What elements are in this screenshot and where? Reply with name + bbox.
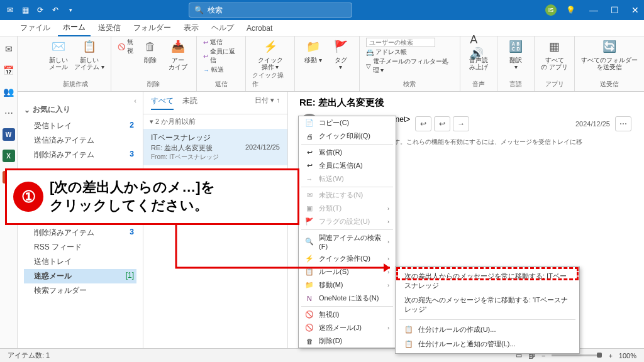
folder-junk[interactable]: 迷惑メール[1] <box>24 269 136 283</box>
submenu-always-move-recipient[interactable]: 次の宛先へのメッセージを常に移動する: 'ITベースナレッジ' <box>396 293 579 317</box>
ctx-category[interactable]: ▣分類(T)› <box>299 202 396 215</box>
replyall-button[interactable]: ↩ 全員に返信 <box>203 47 239 65</box>
calendar-icon[interactable]: ▦ <box>20 5 30 15</box>
zoom-in-button[interactable]: + <box>608 352 612 359</box>
copy-icon: 📄 <box>305 119 314 127</box>
sort-button[interactable]: 日付 ▾ ↑ <box>255 96 280 110</box>
search-icon: 🔍 <box>194 6 204 14</box>
titlebar: ✉ ▦ ⟳ ↶ ▾ 🔍 検索 IS 💡 — ☐ ✕ <box>0 0 644 20</box>
maximize-button[interactable]: ☐ <box>611 5 619 15</box>
submenu-create-rule[interactable]: 📋仕分けルールの作成(U)... <box>396 322 579 337</box>
tab-folder[interactable]: フォルダー <box>128 20 176 36</box>
ignore-button[interactable]: 🚫 無視 <box>118 38 135 55</box>
folder-deleted[interactable]: 削除済みアイテム3 <box>24 148 136 162</box>
mail-item[interactable]: ITベースナレッジ RE: 差出人名変更後2024/12/25 From: IT… <box>143 129 287 165</box>
tab-sendreceive[interactable]: 送受信 <box>93 20 126 36</box>
submenu-manage-rules[interactable]: 📋仕分けルールと通知の管理(L)... <box>396 337 579 351</box>
minimize-button[interactable]: — <box>589 5 598 15</box>
annotation-callout: ① [次の差出人からのメ…]を クリックしてください。 <box>5 168 299 225</box>
quickop-button[interactable]: ⚡クイック 操作 ▾ <box>258 38 283 70</box>
rail-calendar-icon[interactable]: 📅 <box>3 64 15 77</box>
close-button[interactable]: ✕ <box>631 5 639 15</box>
avatar[interactable]: IS <box>545 4 557 16</box>
tab-file[interactable]: ファイル <box>15 20 55 36</box>
print-icon: 🖨 <box>305 133 314 140</box>
tab-all[interactable]: すべて <box>151 96 174 110</box>
apps-icon: ▦ <box>546 38 564 55</box>
tab-home[interactable]: ホーム <box>58 19 91 36</box>
rail-mail-icon[interactable]: ✉ <box>3 43 15 55</box>
new-mail-button[interactable]: ✉️新しい メール <box>47 38 70 70</box>
collapse-icon[interactable]: ‹ <box>24 97 136 104</box>
ctx-move[interactable]: 📁移動(M)› <box>299 278 396 292</box>
qat-dropdown-icon[interactable]: ▾ <box>65 5 75 15</box>
group-new-label: 新規作成 <box>63 80 88 90</box>
quickop-icon: ⚡ <box>262 38 279 55</box>
junk-icon: 🚫 <box>305 324 314 332</box>
ctx-replyall[interactable]: ↩全員に返信(A) <box>299 159 396 172</box>
group-delete-label: 削除 <box>147 80 160 90</box>
search-box[interactable]: 🔍 検索 <box>189 3 352 18</box>
ctx-ignore[interactable]: 🚫無視(I) <box>299 308 396 321</box>
annotation-number: ① <box>13 182 43 212</box>
folder-sent[interactable]: 送信済みアイテム <box>24 133 136 148</box>
tag-button[interactable]: 🚩タグ ▾ <box>329 38 353 70</box>
folder-rss[interactable]: RSS フィード <box>24 240 136 255</box>
group-lang-label: 言語 <box>509 80 522 90</box>
ctx-junk[interactable]: 🚫迷惑メール(J)› <box>299 321 396 334</box>
tab-unread[interactable]: 未読 <box>182 96 197 110</box>
reply-action-button[interactable]: ↩ <box>415 116 431 131</box>
ctx-onenote[interactable]: NOneNote に送る(N) <box>299 292 396 305</box>
ctx-copy[interactable]: 📄コピー(C) <box>299 116 396 129</box>
addressbook-button[interactable]: 📇 アドレス帳 <box>366 48 454 57</box>
delete-button[interactable]: 🗑削除 <box>138 38 162 63</box>
archive-button[interactable]: 📥アー カイブ <box>166 38 190 70</box>
forward-action-button[interactable]: → <box>453 116 469 131</box>
ctx-markread[interactable]: ✉未読にする(N) <box>299 189 396 202</box>
list-group-header[interactable]: ▾ 2 か月前以前 <box>143 114 287 129</box>
move-icon: 📁 <box>305 281 314 289</box>
filter-button[interactable]: ▽ 電子メールのフィルター処理 ▾ <box>366 57 454 75</box>
folder-outbox[interactable]: 送信トレイ <box>24 255 136 269</box>
sendrecv-button[interactable]: 🔄すべてのフォルダー を送受信 <box>581 38 638 70</box>
annotation-text: [次の差出人からのメ…]を クリックしてください。 <box>50 178 215 214</box>
zoom-slider[interactable] <box>552 354 602 356</box>
category-icon: ▣ <box>305 204 314 212</box>
tab-view[interactable]: 表示 <box>179 20 204 36</box>
trash-icon: 🗑 <box>142 38 159 55</box>
favorites-header[interactable]: ⌄お気に入り <box>24 104 136 115</box>
rail-excel-icon[interactable]: X <box>3 150 15 162</box>
ctx-reply[interactable]: ↩返信(R) <box>299 146 396 159</box>
onenote-icon: N <box>305 295 314 302</box>
new-item-icon: 📋 <box>80 38 98 55</box>
speech-button[interactable]: A🔊音声読 み上げ <box>467 38 491 70</box>
sync-icon[interactable]: ⟳ <box>35 5 45 15</box>
lightbulb-icon[interactable]: 💡 <box>565 5 575 15</box>
rail-people-icon[interactable]: 👥 <box>3 85 15 98</box>
user-search-input[interactable] <box>366 38 435 47</box>
replyall-action-button[interactable]: ↩ <box>434 116 450 131</box>
delete-icon: 🗑 <box>305 337 314 345</box>
group-reply-label: 返信 <box>215 80 228 90</box>
folder-inbox[interactable]: 受信トレイ2 <box>24 119 136 133</box>
reply-button[interactable]: ↩ 返信 <box>203 38 239 47</box>
allapps-button[interactable]: ▦すべて の アプリ <box>541 38 568 70</box>
rail-more-icon[interactable]: ⋯ <box>3 107 15 119</box>
rail-word-icon[interactable]: W <box>3 128 15 141</box>
item-count: アイテム数: 1 <box>8 351 50 360</box>
forward-button[interactable]: → 転送 <box>203 65 239 74</box>
zoom-value: 100% <box>619 352 636 359</box>
tab-help[interactable]: ヘルプ <box>206 20 239 36</box>
folder-search[interactable]: 検索フォルダー <box>24 283 136 298</box>
move-button[interactable]: 📁移動 ▾ <box>301 38 325 63</box>
translate-button[interactable]: 🔠翻訳 ▾ <box>504 38 528 70</box>
ctx-quickprint[interactable]: 🖨クイック印刷(Q) <box>299 129 396 143</box>
more-actions-button[interactable]: ⋯ <box>615 116 631 131</box>
mail-subject: RE: 差出人名変更後 <box>299 97 631 109</box>
new-item-button[interactable]: 📋新しい アイテム ▾ <box>74 38 104 70</box>
undo-icon[interactable]: ↶ <box>50 5 60 15</box>
ctx-delete[interactable]: 🗑削除(D) <box>299 334 396 348</box>
ctx-forward[interactable]: →転送(W) <box>299 172 396 185</box>
tab-acrobat[interactable]: Acrobat <box>242 21 277 35</box>
folder-deleted-acct[interactable]: 削除済みアイテム3 <box>24 226 136 240</box>
